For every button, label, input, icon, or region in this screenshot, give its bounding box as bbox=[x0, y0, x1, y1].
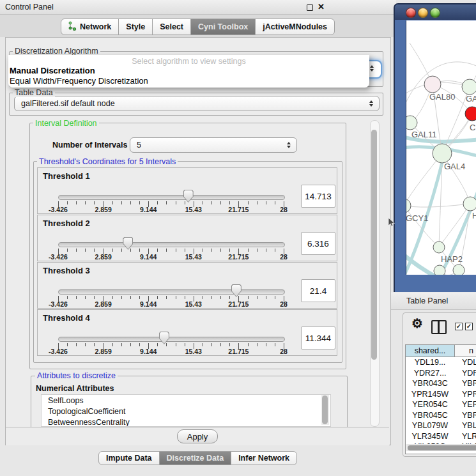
network-window-titlebar bbox=[395, 4, 476, 20]
combo-stepper-icon[interactable] bbox=[366, 100, 376, 107]
tab-jactivemnodules[interactable]: jActiveMNodules bbox=[255, 19, 335, 35]
network-node-red-selected[interactable] bbox=[465, 107, 476, 121]
checkbox-icon[interactable]: ✓ bbox=[455, 323, 463, 330]
threshold-value: 21.4 bbox=[310, 286, 326, 296]
apply-button[interactable]: Apply bbox=[177, 429, 218, 443]
tick-label: -3.426 bbox=[49, 253, 68, 261]
algorithm-placeholder: Select algorithm to view settings bbox=[8, 57, 369, 66]
numerical-attributes-list[interactable]: SelfLoopsTopologicalCoefficientBetweenne… bbox=[41, 394, 331, 427]
network-node-GCY1[interactable] bbox=[406, 199, 411, 213]
close-traffic-light-icon[interactable] bbox=[406, 8, 416, 18]
tab-cyni-toolbox[interactable]: Cyni Toolbox bbox=[190, 19, 256, 35]
table-row[interactable]: YER054CYER0 bbox=[406, 399, 476, 410]
column-header-shared-name[interactable]: shared... bbox=[406, 345, 455, 357]
network-edge[interactable] bbox=[406, 204, 470, 207]
number-of-intervals-combobox[interactable]: 5 bbox=[130, 137, 297, 153]
scrollbar-thumb[interactable] bbox=[322, 395, 328, 424]
slider-thumb[interactable] bbox=[183, 190, 194, 203]
attributes-scrollbar[interactable] bbox=[321, 395, 329, 425]
number-of-intervals-label: Number of Intervals bbox=[52, 141, 127, 150]
network-node-GAL80[interactable] bbox=[424, 76, 441, 93]
table-row[interactable]: YPR145WYPR1 bbox=[406, 389, 476, 400]
tick-mark bbox=[139, 296, 140, 299]
minimize-traffic-light-icon[interactable] bbox=[418, 8, 428, 18]
tab-select[interactable]: Select bbox=[152, 19, 191, 35]
cell-shared-name: YDL19... bbox=[406, 358, 454, 367]
checkbox-icon[interactable]: ✓ bbox=[465, 323, 473, 330]
zoom-traffic-light-icon[interactable] bbox=[430, 8, 440, 18]
slider-thumb[interactable] bbox=[231, 284, 242, 297]
network-node-node-br[interactable] bbox=[453, 265, 464, 275]
slider-track[interactable] bbox=[58, 242, 285, 247]
attribute-item[interactable]: TopologicalCoefficient bbox=[42, 406, 330, 417]
network-node-GAL11[interactable] bbox=[406, 116, 417, 130]
network-node-HAP2[interactable] bbox=[433, 242, 445, 253]
table-row[interactable]: YDL19...YDL1 bbox=[406, 357, 476, 368]
attribute-item[interactable]: SelfLoops bbox=[42, 395, 330, 406]
tick-mark bbox=[112, 296, 113, 299]
table-row[interactable]: YLR345WYLR3 bbox=[406, 431, 476, 442]
tab-infer-network[interactable]: Infer Network bbox=[231, 451, 297, 465]
tick-mark bbox=[76, 201, 77, 204]
network-node-GAL4[interactable] bbox=[433, 144, 452, 163]
scrollbar-thumb[interactable] bbox=[408, 445, 476, 450]
network-node-GA[interactable] bbox=[462, 79, 476, 95]
scrollbar-thumb[interactable] bbox=[371, 130, 377, 360]
top-tab-strip: Network Style Select Cyni Toolbox jActiv… bbox=[0, 15, 396, 37]
tick-mark bbox=[257, 296, 257, 299]
close-icon[interactable]: ✕ bbox=[318, 2, 325, 12]
tick-mark bbox=[211, 343, 212, 346]
table-horizontal-scrollbar[interactable] bbox=[406, 444, 476, 451]
network-view-window: GAL80GACGAL11GAL4GCY1HHAP2 bbox=[394, 3, 476, 292]
tick-mark bbox=[176, 296, 176, 299]
main-vertical-scrollbar[interactable] bbox=[370, 120, 380, 427]
table-data-combobox[interactable]: galFiltered.sif default node bbox=[14, 96, 380, 111]
slider-thumb[interactable] bbox=[123, 237, 133, 250]
table-row[interactable]: YDR27...YDR2 bbox=[406, 368, 476, 379]
menu-item-equal-width-frequency[interactable]: Equal Width/Frequency Discretization bbox=[10, 76, 148, 86]
tick-mark bbox=[157, 249, 158, 252]
tick-mark bbox=[185, 343, 185, 346]
network-node-H[interactable] bbox=[463, 197, 476, 211]
tick-label: 21.715 bbox=[228, 300, 249, 308]
control-panel-titlebar: Control Panel ✕ bbox=[0, 0, 396, 15]
tab-impute-data[interactable]: Impute Data bbox=[98, 451, 160, 465]
table-row[interactable]: YBR045CYBR0 bbox=[406, 410, 476, 421]
combo-stepper-icon[interactable] bbox=[284, 142, 294, 148]
tick-mark bbox=[130, 201, 131, 204]
tab-discretize-data[interactable]: Discretize Data bbox=[159, 451, 232, 465]
tick-mark bbox=[220, 201, 221, 204]
table-row[interactable]: YBR043CYBR0 bbox=[406, 378, 476, 389]
slider-tick-labels: -3.4262.8599.14415.4321.71528 bbox=[58, 348, 284, 355]
slider-track[interactable] bbox=[58, 337, 285, 342]
gear-icon[interactable]: ⚙ bbox=[411, 316, 423, 330]
tick-label: 15.43 bbox=[185, 206, 202, 213]
tick-mark bbox=[266, 296, 266, 299]
threshold-label: Threshold 2 bbox=[43, 219, 90, 228]
threshold-value: 14.713 bbox=[305, 192, 331, 201]
tick-mark bbox=[112, 249, 113, 252]
tab-network[interactable]: Network bbox=[61, 19, 119, 35]
tab-style[interactable]: Style bbox=[118, 19, 153, 35]
cell-name: YBR0 bbox=[454, 379, 476, 388]
slider-thumb-face bbox=[184, 190, 193, 202]
tick-mark bbox=[157, 343, 158, 346]
network-canvas[interactable]: GAL80GACGAL11GAL4GCY1HHAP2 bbox=[406, 20, 476, 275]
apply-label: Apply bbox=[187, 432, 208, 441]
attribute-item[interactable]: BetweennessCentrality bbox=[42, 417, 330, 427]
threshold-value-box: 11.344 bbox=[301, 326, 335, 349]
table-row[interactable]: YBL079WYBL0 bbox=[406, 420, 476, 431]
node-table[interactable]: shared... n YDL19...YDL1YDR27...YDR2YBR0… bbox=[405, 344, 476, 454]
float-window-icon[interactable] bbox=[307, 4, 313, 11]
column-header-name[interactable]: n bbox=[455, 345, 476, 357]
tick-mark bbox=[185, 296, 185, 299]
split-table-icon[interactable] bbox=[431, 320, 447, 334]
menu-item-manual-discretization[interactable]: Manual Discretization bbox=[10, 66, 95, 75]
network-node-label: GAL11 bbox=[411, 130, 437, 139]
network-node-node-bc[interactable] bbox=[434, 265, 445, 275]
slider-track[interactable] bbox=[58, 289, 285, 295]
threshold-value-box: 14.713 bbox=[301, 185, 335, 208]
slider-thumb[interactable] bbox=[159, 332, 169, 344]
tick-label: 21.715 bbox=[228, 206, 249, 213]
slider-track[interactable] bbox=[58, 195, 285, 200]
